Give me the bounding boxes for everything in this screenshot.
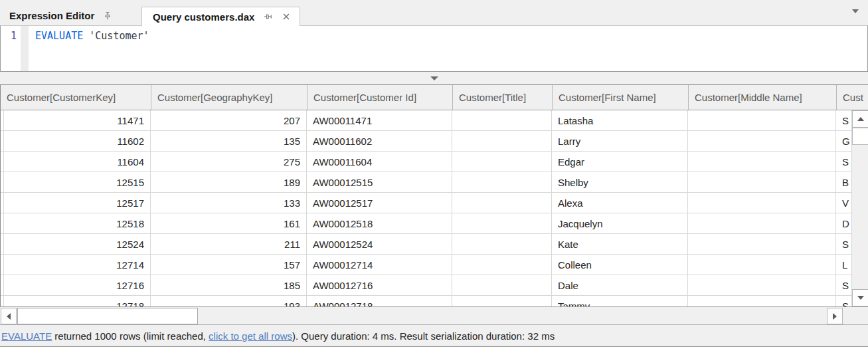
table-row[interactable]: 12718193AW00012718TammyS: [1, 296, 868, 306]
table-cell[interactable]: [452, 255, 552, 275]
table-cell[interactable]: AW00011604: [307, 152, 452, 172]
tab-list-dropdown-icon[interactable]: [852, 9, 859, 13]
table-row[interactable]: 12716185AW00012716DaleS: [1, 275, 868, 296]
table-cell[interactable]: 211: [151, 234, 307, 254]
horizontal-scrollbar-thumb[interactable]: [17, 308, 198, 324]
table-cell[interactable]: Jacquelyn: [552, 213, 688, 233]
table-cell[interactable]: [688, 275, 836, 295]
table-cell[interactable]: 135: [151, 131, 307, 151]
table-cell[interactable]: 11471: [4, 110, 151, 130]
table-cell[interactable]: Colleen: [552, 255, 688, 275]
table-cell[interactable]: 12716: [4, 275, 151, 295]
table-row[interactable]: 11604275AW00011604EdgarS: [1, 152, 868, 172]
collapse-arrow-icon[interactable]: [430, 76, 438, 80]
evaluate-link[interactable]: EVALUATE: [1, 330, 52, 342]
line-number: 1: [11, 30, 17, 42]
horizontal-scrollbar[interactable]: [0, 306, 868, 324]
table-row[interactable]: 12518161AW00012518JacquelynD: [1, 213, 868, 234]
tab-query-customers-dax[interactable]: Query customers.dax: [141, 7, 300, 26]
table-cell[interactable]: 12518: [4, 213, 151, 233]
table-cell[interactable]: AW00012714: [307, 255, 452, 275]
splitter-handle[interactable]: [0, 72, 868, 84]
table-cell[interactable]: 12714: [4, 255, 151, 275]
table-cell[interactable]: 11602: [4, 131, 151, 151]
column-header[interactable]: Customer[First Name]: [553, 85, 689, 110]
table-cell[interactable]: [688, 172, 836, 192]
table-cell[interactable]: [452, 193, 552, 213]
table-cell[interactable]: 193: [151, 296, 307, 306]
pin-icon[interactable]: [102, 11, 113, 21]
pin-icon[interactable]: [262, 11, 273, 22]
column-header[interactable]: Customer[Middle Name]: [689, 85, 837, 110]
code-area[interactable]: EVALUATE 'Customer': [29, 26, 867, 71]
table-cell[interactable]: Larry: [552, 131, 688, 151]
table-cell[interactable]: [688, 213, 836, 233]
status-text: returned 1000 rows (limit reached,: [52, 330, 209, 342]
table-row[interactable]: 11471207AW00011471LatashaS: [1, 110, 868, 131]
table-cell[interactable]: Kate: [552, 234, 688, 254]
table-cell[interactable]: [688, 131, 836, 151]
column-header[interactable]: Customer[CustomerKey]: [1, 85, 151, 110]
table-cell[interactable]: AW00011602: [307, 131, 452, 151]
table-cell[interactable]: Latasha: [552, 110, 688, 130]
table-cell[interactable]: [452, 131, 552, 151]
table-cell[interactable]: [452, 110, 552, 130]
table-cell[interactable]: 12524: [4, 234, 151, 254]
scroll-down-button[interactable]: [852, 289, 868, 306]
table-cell[interactable]: [688, 193, 836, 213]
table-cell[interactable]: AW00012515: [307, 172, 452, 192]
table-cell[interactable]: [452, 275, 552, 295]
table-cell[interactable]: [452, 152, 552, 172]
table-cell[interactable]: AW00012517: [307, 193, 452, 213]
scroll-left-button[interactable]: [1, 308, 17, 324]
column-header[interactable]: Customer[Customer Id]: [307, 85, 453, 110]
table-cell[interactable]: Edgar: [552, 152, 688, 172]
scroll-right-button[interactable]: [827, 308, 843, 324]
table-cell[interactable]: [688, 234, 836, 254]
get-all-rows-link[interactable]: click to get all rows: [209, 330, 292, 342]
column-header[interactable]: Customer[GeographyKey]: [151, 85, 307, 110]
table-cell[interactable]: [688, 296, 836, 306]
table-cell[interactable]: [452, 296, 552, 306]
table-cell[interactable]: Shelby: [552, 172, 688, 192]
table-row[interactable]: 12517133AW00012517AlexaV: [1, 193, 868, 213]
scroll-up-button[interactable]: [852, 110, 868, 128]
table-cell[interactable]: [452, 234, 552, 254]
table-cell[interactable]: 157: [151, 255, 307, 275]
close-icon[interactable]: [281, 11, 292, 22]
table-cell[interactable]: AW00012524: [307, 234, 452, 254]
table-row[interactable]: 12515189AW00012515ShelbyB: [1, 172, 868, 193]
table-cell[interactable]: 185: [151, 275, 307, 295]
arrow-down-icon: [857, 296, 864, 300]
column-header[interactable]: Cust: [837, 85, 868, 110]
table-cell[interactable]: 133: [151, 193, 307, 213]
table-cell[interactable]: [688, 255, 836, 275]
table-cell[interactable]: Dale: [552, 275, 688, 295]
table-cell[interactable]: 275: [151, 152, 307, 172]
table-cell[interactable]: 11604: [4, 152, 151, 172]
table-cell[interactable]: [452, 213, 552, 233]
table-cell[interactable]: 12515: [4, 172, 151, 192]
vertical-scrollbar-thumb[interactable]: [852, 128, 868, 145]
column-header[interactable]: Customer[Title]: [453, 85, 553, 110]
table-cell[interactable]: AW00012716: [307, 275, 452, 295]
table-cell[interactable]: 161: [151, 213, 307, 233]
vertical-scrollbar[interactable]: [851, 110, 868, 306]
table-cell[interactable]: Tammy: [552, 296, 688, 306]
table-cell[interactable]: [452, 172, 552, 192]
table-cell[interactable]: 12517: [4, 193, 151, 213]
table-cell[interactable]: AW00012518: [307, 213, 452, 233]
table-cell[interactable]: [688, 152, 836, 172]
table-cell[interactable]: AW00012718: [307, 296, 452, 306]
table-cell[interactable]: AW00011471: [307, 110, 452, 130]
table-cell[interactable]: 12718: [4, 296, 151, 306]
dax-table-reference: 'Customer': [83, 30, 149, 42]
table-cell[interactable]: Alexa: [552, 193, 688, 213]
table-cell[interactable]: 189: [151, 172, 307, 192]
table-row[interactable]: 12714157AW00012714ColleenL: [1, 255, 868, 275]
table-row[interactable]: 12524211AW00012524KateS: [1, 234, 868, 255]
tab-expression-editor[interactable]: Expression Editor: [0, 6, 141, 25]
table-cell[interactable]: [688, 110, 836, 130]
table-row[interactable]: 11602135AW00011602LarryG: [1, 131, 868, 152]
table-cell[interactable]: 207: [151, 110, 307, 130]
